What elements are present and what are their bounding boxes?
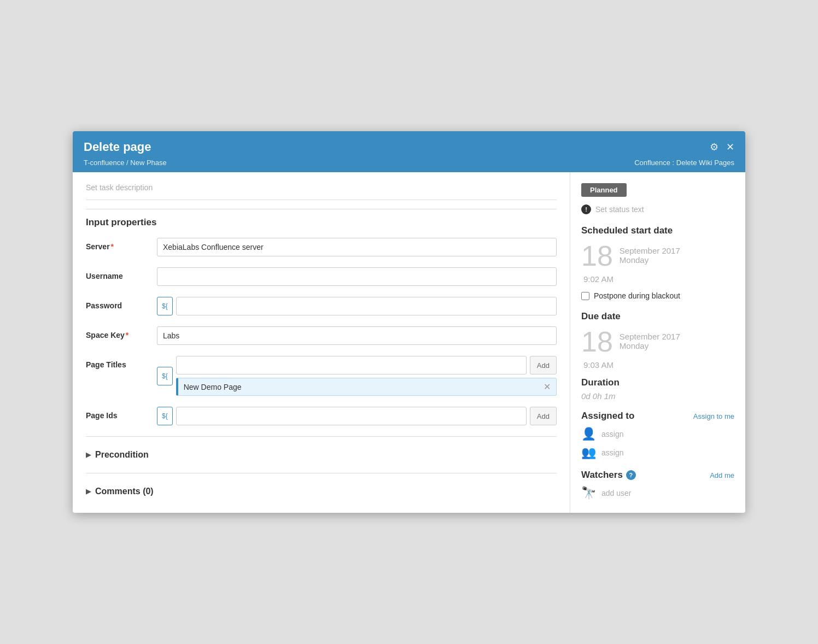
- page-titles-control-wrap: ${ Add New Demo Page ✕: [157, 356, 557, 396]
- divider-mid: [86, 436, 557, 437]
- postpone-row: Postpone during blackout: [581, 291, 734, 300]
- page-titles-label: Page Titles: [86, 356, 157, 369]
- username-input[interactable]: [157, 267, 557, 286]
- watchers-section: Watchers ? Add me 🔭 add user: [581, 470, 734, 500]
- scheduled-start-day: 18: [581, 242, 613, 270]
- person-assignee-row: 👤 assign: [581, 427, 734, 441]
- server-control-wrap: [157, 238, 557, 256]
- divider-bottom: [86, 473, 557, 473]
- duration-value: 0d 0h 1m: [581, 391, 734, 401]
- main-panel: Set task description Input properties Se…: [73, 172, 570, 513]
- page-ids-var-button[interactable]: ${: [157, 407, 173, 425]
- due-date-display: 18 September 2017 Monday: [581, 327, 734, 356]
- page-titles-add-button[interactable]: Add: [530, 356, 557, 374]
- page-titles-field-row: Page Titles ${ Add New Demo Page ✕: [86, 356, 557, 396]
- side-panel: Planned ! Set status text Scheduled star…: [570, 172, 745, 513]
- space-key-control-wrap: [157, 326, 557, 345]
- due-date-month-year: September 2017: [620, 332, 680, 341]
- group-assign-text[interactable]: assign: [601, 448, 623, 457]
- password-control-wrap: ${: [157, 297, 557, 315]
- add-me-link[interactable]: Add me: [710, 471, 734, 479]
- group-icon: 👥: [581, 446, 596, 460]
- scheduled-start-title: Scheduled start date: [581, 225, 734, 236]
- dialog-body: Set task description Input properties Se…: [73, 172, 745, 513]
- scheduled-start-time: 9:02 AM: [581, 274, 734, 284]
- page-ids-add-button[interactable]: Add: [530, 407, 557, 425]
- username-label: Username: [86, 267, 157, 280]
- space-key-label: Space Key*: [86, 326, 157, 339]
- watchers-title: Watchers: [581, 470, 623, 481]
- dialog-header: Delete page ⚙ ✕ T-confluence / New Phase…: [73, 131, 745, 172]
- watchers-header: Watchers ? Add me: [581, 470, 734, 481]
- watchers-title-wrap: Watchers ?: [581, 470, 636, 481]
- assigned-title: Assigned to: [581, 411, 634, 421]
- page-titles-var-button[interactable]: ${: [157, 367, 173, 385]
- postpone-label: Postpone during blackout: [594, 291, 680, 300]
- page-ids-control-wrap: ${ Add: [157, 407, 557, 425]
- breadcrumb: T-confluence / New Phase: [84, 159, 167, 167]
- due-date-time: 9:03 AM: [581, 360, 734, 370]
- scheduled-start-date-display: 18 September 2017 Monday: [581, 242, 734, 270]
- comments-section[interactable]: ▶ Comments (0): [86, 481, 557, 502]
- page-titles-wrap: Add New Demo Page ✕: [176, 356, 557, 396]
- page-title-tag-text: New Demo Page: [184, 383, 539, 391]
- status-text-row: ! Set status text: [581, 204, 734, 214]
- assigned-section: Assigned to Assign to me 👤 assign 👥 assi…: [581, 411, 734, 460]
- dialog-header-top: Delete page ⚙ ✕: [84, 140, 734, 154]
- page-titles-input[interactable]: [176, 356, 527, 374]
- page-title-tag: New Demo Page ✕: [176, 378, 557, 396]
- server-label: Server*: [86, 238, 157, 251]
- space-key-required-star: *: [126, 331, 128, 339]
- status-badge[interactable]: Planned: [581, 183, 627, 197]
- group-assignee-row: 👥 assign: [581, 446, 734, 460]
- status-text[interactable]: Set status text: [595, 205, 644, 214]
- task-description[interactable]: Set task description: [86, 183, 557, 200]
- scheduled-start-weekday: Monday: [620, 255, 680, 265]
- comments-label: Comments (0): [95, 487, 154, 496]
- due-date-title: Due date: [581, 311, 734, 322]
- assign-to-me-link[interactable]: Assign to me: [693, 412, 734, 420]
- precondition-label: Precondition: [95, 450, 149, 460]
- warning-icon: !: [581, 204, 591, 214]
- space-key-field-row: Space Key*: [86, 326, 557, 345]
- task-type: Confluence : Delete Wiki Pages: [634, 159, 734, 167]
- page-ids-input[interactable]: [176, 407, 527, 425]
- precondition-section[interactable]: ▶ Precondition: [86, 444, 557, 465]
- close-icon[interactable]: ✕: [726, 141, 734, 153]
- page-ids-label: Page Ids: [86, 407, 157, 420]
- postpone-checkbox[interactable]: [581, 292, 589, 300]
- page-title-tag-remove[interactable]: ✕: [544, 382, 551, 392]
- username-control-wrap: [157, 267, 557, 286]
- watchers-help-icon[interactable]: ?: [626, 470, 636, 480]
- watcher-row: 🔭 add user: [581, 486, 734, 500]
- precondition-arrow: ▶: [86, 451, 91, 459]
- comments-arrow: ▶: [86, 488, 91, 495]
- divider-top: [86, 209, 557, 209]
- duration-section: Duration 0d 0h 1m: [581, 377, 734, 401]
- scheduled-start-month-year: September 2017: [620, 246, 680, 255]
- settings-icon[interactable]: ⚙: [710, 141, 718, 153]
- password-var-button[interactable]: ${: [157, 297, 173, 315]
- person-assign-text[interactable]: assign: [601, 430, 623, 438]
- delete-page-dialog: Delete page ⚙ ✕ T-confluence / New Phase…: [73, 131, 745, 513]
- password-label: Password: [86, 297, 157, 310]
- header-icons: ⚙ ✕: [710, 141, 734, 153]
- due-date-weekday: Monday: [620, 341, 680, 350]
- scheduled-start-date-info: September 2017 Monday: [620, 242, 680, 265]
- password-field-row: Password ${: [86, 297, 557, 315]
- due-date-day: 18: [581, 327, 613, 356]
- space-key-input[interactable]: [157, 326, 557, 345]
- dialog-header-bottom: T-confluence / New Phase Confluence : De…: [84, 159, 734, 167]
- server-required-star: *: [111, 242, 114, 251]
- server-input[interactable]: [157, 238, 557, 256]
- page-titles-input-row: Add: [176, 356, 557, 374]
- input-properties-title: Input properties: [86, 217, 557, 228]
- person-icon: 👤: [581, 427, 596, 441]
- password-input[interactable]: [176, 297, 557, 315]
- page-ids-field-row: Page Ids ${ Add: [86, 407, 557, 425]
- username-field-row: Username: [86, 267, 557, 286]
- dialog-title: Delete page: [84, 140, 151, 154]
- add-user-text[interactable]: add user: [601, 489, 631, 497]
- server-field-row: Server*: [86, 238, 557, 256]
- due-date-info: September 2017 Monday: [620, 327, 680, 350]
